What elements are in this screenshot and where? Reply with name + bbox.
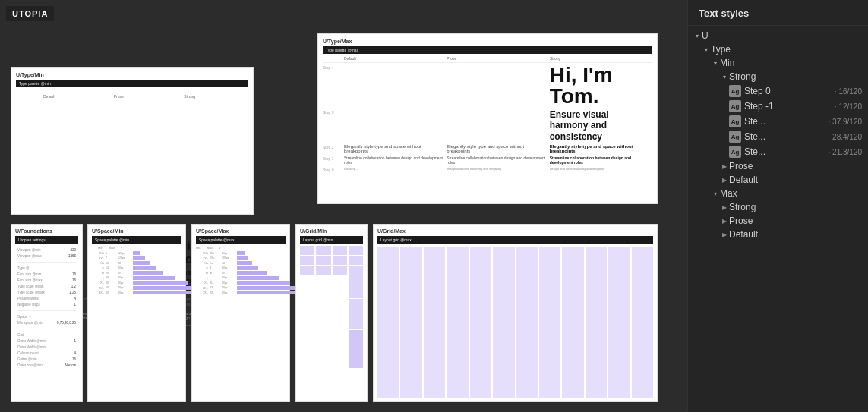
panel-space-max-title: U/Space/Max	[196, 228, 286, 234]
tree-arrow-u: ▾	[693, 31, 702, 40]
type-max-step2: Step 2 Elegantly style type and space wi…	[323, 144, 652, 153]
panel-type-max: U/Type/Max Type palette @max Default Pro…	[317, 33, 658, 204]
panel-grid-min: U/Grid/Min Layout grid @min	[295, 224, 368, 402]
tree-label-max-default: Default	[729, 229, 868, 240]
tree-arrow-default: ▶	[720, 175, 729, 184]
tree-arrow-max: ▾	[711, 189, 720, 198]
type-max-step0: Step 0 cracking... design and code intui…	[323, 167, 652, 172]
tree-item-max-strong[interactable]: ▶ Strong	[688, 200, 868, 214]
tree-value-ste1: · 37.9/120	[829, 118, 862, 126]
tree-label-prose: Prose	[729, 161, 868, 171]
type-max-step4: Step 4 Hi, I'm Tom.	[323, 64, 652, 107]
tree-item-max-default[interactable]: ▶ Default	[688, 228, 868, 241]
panel-space-min-title: U/Space/Min	[92, 228, 181, 234]
panel-type-min: U/Type/Min Type palette @min Default Pro…	[11, 67, 254, 215]
tree-label-max-strong: Strong	[729, 202, 868, 212]
tree-arrow-prose: ▶	[720, 162, 729, 171]
tree-item-step0[interactable]: Ag Step 0 · 16/120	[688, 83, 868, 99]
tree-label-step-1: Step -1	[744, 101, 835, 112]
panel-space-min: U/Space/Min Space palette @min Min Max V…	[87, 224, 186, 402]
tree-label-max-prose: Prose	[729, 215, 868, 226]
type-max-step1: Step 1 Streamline collaboration between …	[323, 156, 652, 165]
tree-label-u: U	[702, 30, 868, 41]
right-panel: Text styles ▾ U ▾ Type ▾ Min ▾ Strong	[687, 0, 868, 412]
panel-foundations: U/Foundations Utopian settings Viewport …	[11, 224, 83, 402]
tree-label-ste2: Ste...	[744, 131, 829, 142]
tree-label-type: Type	[711, 44, 868, 55]
tree-item-ste2[interactable]: Ag Ste... · 28.4/120	[688, 129, 868, 144]
tree-arrow-type: ▾	[702, 45, 711, 54]
ag-badge-ste3: Ag	[729, 146, 741, 158]
right-panel-title: Text styles	[699, 8, 857, 19]
type-max-step3: Step 3 Ensure visual harmony and consist…	[323, 109, 652, 142]
tree-item-type[interactable]: ▾ Type	[688, 42, 868, 56]
ag-badge-ste2: Ag	[729, 131, 741, 143]
tree-value-ste3: · 21.3/120	[829, 148, 862, 156]
tree-arrow-max-prose: ▶	[720, 216, 729, 225]
tree-value-ste2: · 28.4/120	[829, 133, 862, 141]
tree-label-min: Min	[720, 58, 868, 68]
tree-item-u[interactable]: ▾ U	[688, 29, 868, 42]
panel-space-max-bar: Space palette @max	[196, 236, 286, 244]
tree-item-prose[interactable]: ▶ Prose	[688, 159, 868, 173]
panel-grid-max-title: U/Grid/Max	[377, 228, 653, 234]
panel-grid-max-bar: Layout grid @max	[377, 236, 653, 244]
tree-item-max[interactable]: ▾ Max	[688, 187, 868, 200]
tree-item-default[interactable]: ▶ Default	[688, 173, 868, 187]
tree-label-default: Default	[729, 175, 868, 185]
panel-grid-min-bar: Layout grid @min	[300, 236, 363, 244]
panel-type-min-title: U/Type/Min	[16, 72, 248, 77]
panel-space-min-bar: Space palette @min	[92, 236, 181, 244]
panel-foundations-title: U/Foundations	[15, 228, 78, 234]
tree-value-step0: · 16/120	[835, 87, 862, 96]
canvas-content: U/Type/Min Type palette @min Default Pro…	[0, 0, 668, 412]
tree-label-ste1: Ste...	[744, 116, 829, 127]
panel-space-max: U/Space/Max Space palette @max Min Max V…	[191, 224, 290, 402]
tree-value-step-1: · 12/120	[835, 102, 862, 111]
ag-badge-ste1: Ag	[729, 115, 741, 127]
ag-badge-step0: Ag	[729, 85, 741, 97]
utopia-badge: UTOPIA	[6, 6, 54, 21]
panel-type-max-bar: Type palette @max	[323, 46, 652, 54]
panel-foundations-bar: Utopian settings	[15, 236, 78, 244]
tree-item-ste3[interactable]: Ag Ste... · 21.3/120	[688, 144, 868, 159]
tree-arrow-min: ▾	[711, 58, 720, 68]
tree-item-max-prose[interactable]: ▶ Prose	[688, 214, 868, 228]
type-min-col-headers: Default Prose Strong	[16, 90, 259, 237]
tree-arrow-max-default: ▶	[720, 230, 729, 239]
tree-item-step-1[interactable]: Ag Step -1 · 12/120	[688, 99, 868, 114]
right-panel-header: Text styles	[688, 0, 868, 26]
tree-item-strong[interactable]: ▾ Strong	[688, 70, 868, 83]
tree-label-max: Max	[720, 188, 868, 199]
tree-label-step0: Step 0	[744, 86, 835, 96]
panel-grid-min-title: U/Grid/Min	[300, 228, 363, 234]
tree-label-ste3: Ste...	[744, 146, 829, 157]
panel-type-max-title: U/Type/Max	[323, 39, 652, 44]
tree-section: ▾ U ▾ Type ▾ Min ▾ Strong Ag Step 0 · 16…	[688, 26, 868, 244]
panel-type-min-bar: Type palette @min	[16, 80, 248, 87]
tree-arrow-max-strong: ▶	[720, 203, 729, 212]
tree-item-ste1[interactable]: Ag Ste... · 37.9/120	[688, 114, 868, 129]
tree-label-strong: Strong	[729, 71, 868, 82]
ag-badge-step-1: Ag	[729, 100, 741, 112]
tree-item-min[interactable]: ▾ Min	[688, 56, 868, 70]
panel-grid-max: U/Grid/Max Layout grid @max	[373, 224, 658, 402]
tree-arrow-strong: ▾	[720, 72, 729, 81]
canvas-area: UTOPIA U/Type/Min Type palette @min Defa…	[0, 0, 687, 412]
